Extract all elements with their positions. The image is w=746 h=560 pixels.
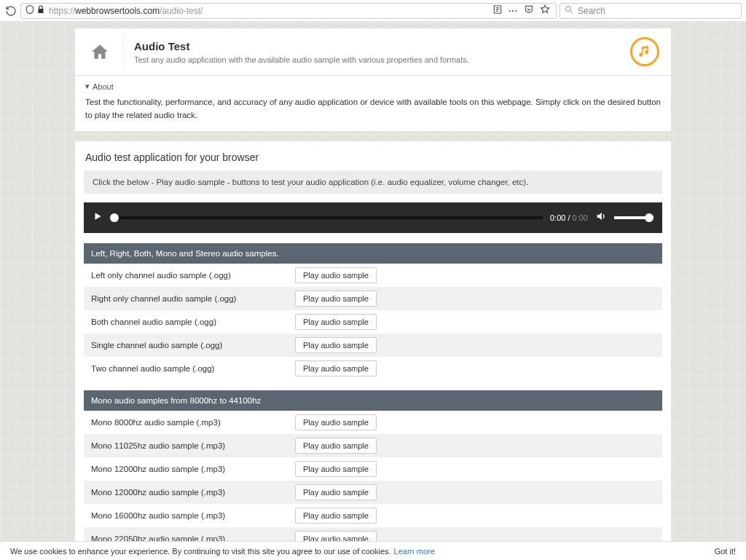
play-sample-button[interactable]: Play audio sample <box>295 484 377 500</box>
about-label: About <box>93 82 114 91</box>
sample-label: Right only channel audio sample (.ogg) <box>91 294 295 303</box>
seek-knob[interactable] <box>110 213 119 222</box>
browser-search-input[interactable]: Search <box>560 3 742 19</box>
play-sample-button[interactable]: Play audio sample <box>295 461 377 477</box>
play-sample-button[interactable]: Play audio sample <box>295 291 377 307</box>
sample-row: Single channel audio sample (.ogg)Play a… <box>84 334 662 357</box>
cookie-learn-more-link[interactable]: Learn more <box>394 547 435 556</box>
about-section: ▾ About Test the functionality, performa… <box>74 76 672 132</box>
shield-icon[interactable] <box>24 4 36 17</box>
svg-line-5 <box>570 11 573 13</box>
about-text: Test the functionality, performance, and… <box>85 95 661 122</box>
search-placeholder: Search <box>578 6 605 16</box>
seek-bar[interactable] <box>110 216 543 219</box>
section-header: Left, Right, Both, Mono and Stereo audio… <box>84 243 662 264</box>
bookmark-star-icon[interactable] <box>540 4 550 17</box>
pocket-icon[interactable] <box>524 4 534 17</box>
volume-icon[interactable] <box>595 210 607 225</box>
sample-row: Mono 11025hz audio sample (.mp3)Play aud… <box>84 434 662 457</box>
main-card: Audio test application for your browser … <box>74 141 672 560</box>
url-bar[interactable]: https://webbrowsertools.com/audio-test/ … <box>20 3 557 19</box>
audio-player: 0:00 / 0:00 <box>84 202 662 233</box>
sample-label: Two channel audio sample (.ogg) <box>91 364 295 373</box>
play-sample-button[interactable]: Play audio sample <box>295 314 377 330</box>
sample-row: Right only channel audio sample (.ogg)Pl… <box>84 287 662 310</box>
volume-knob[interactable] <box>645 213 653 222</box>
page-header: Audio Test Test any audio application wi… <box>74 28 672 76</box>
time-display: 0:00 / 0:00 <box>550 213 588 222</box>
play-sample-button[interactable]: Play audio sample <box>295 438 377 454</box>
section-header: Mono audio samples from 8000hz to 44100h… <box>84 390 662 411</box>
play-sample-button[interactable]: Play audio sample <box>295 360 377 376</box>
samples-container: Mono 8000hz audio sample (.mp3)Play audi… <box>84 411 662 560</box>
sample-row: Left only channel audio sample (.ogg)Pla… <box>84 264 662 287</box>
sample-label: Mono 8000hz audio sample (.mp3) <box>91 418 295 427</box>
url-text: https://webbrowsertools.com/audio-test/ <box>49 6 490 16</box>
page-background: Audio Test Test any audio application wi… <box>0 22 746 560</box>
sample-row: Mono 12000hz audio sample (.mp3)Play aud… <box>84 481 662 504</box>
sample-row: Mono 12000hz audio sample (.mp3)Play aud… <box>84 457 662 481</box>
home-icon[interactable] <box>87 42 113 61</box>
sample-row: Both channel audio sample (.ogg)Play aud… <box>84 310 662 334</box>
sample-row: Mono 16000hz audio sample (.mp3)Play aud… <box>84 504 662 527</box>
play-sample-button[interactable]: Play audio sample <box>295 267 377 283</box>
hint-box: Click the below - Play audio sample - bu… <box>84 170 662 194</box>
sample-row: Mono 8000hz audio sample (.mp3)Play audi… <box>84 411 662 434</box>
more-icon[interactable]: ··· <box>509 6 518 16</box>
about-toggle[interactable]: ▾ About <box>85 82 661 91</box>
cookie-gotit-button[interactable]: Got it! <box>715 547 736 556</box>
sample-label: Single channel audio sample (.ogg) <box>91 341 295 350</box>
page-subtitle: Test any audio application with the avai… <box>134 55 469 64</box>
svg-point-4 <box>566 7 571 12</box>
main-heading: Audio test application for your browser <box>85 151 662 163</box>
reload-icon[interactable] <box>4 4 17 17</box>
browser-toolbar: https://webbrowsertools.com/audio-test/ … <box>0 0 746 22</box>
sample-label: Both channel audio sample (.ogg) <box>91 318 295 326</box>
sample-label: Mono 16000hz audio sample (.mp3) <box>91 511 295 520</box>
play-icon[interactable] <box>93 211 103 224</box>
divider <box>123 36 124 67</box>
music-note-icon <box>630 37 659 66</box>
play-sample-button[interactable]: Play audio sample <box>295 414 377 430</box>
play-sample-button[interactable]: Play audio sample <box>295 337 377 353</box>
cookie-text: We use cookies to enhance your experienc… <box>10 547 391 556</box>
volume-bar[interactable] <box>614 216 653 219</box>
reader-mode-icon[interactable] <box>492 4 503 17</box>
search-icon <box>565 5 573 16</box>
cookie-bar: We use cookies to enhance your experienc… <box>0 541 746 560</box>
caret-down-icon: ▾ <box>85 82 90 91</box>
page-title: Audio Test <box>134 40 469 52</box>
play-sample-button[interactable]: Play audio sample <box>295 508 377 524</box>
lock-icon[interactable] <box>36 5 46 16</box>
sample-label: Mono 11025hz audio sample (.mp3) <box>91 441 295 450</box>
sample-label: Left only channel audio sample (.ogg) <box>91 271 295 280</box>
sample-row: Two channel audio sample (.ogg)Play audi… <box>84 357 662 380</box>
sample-label: Mono 12000hz audio sample (.mp3) <box>91 465 295 473</box>
sample-label: Mono 12000hz audio sample (.mp3) <box>91 488 295 497</box>
samples-container: Left only channel audio sample (.ogg)Pla… <box>84 264 662 380</box>
